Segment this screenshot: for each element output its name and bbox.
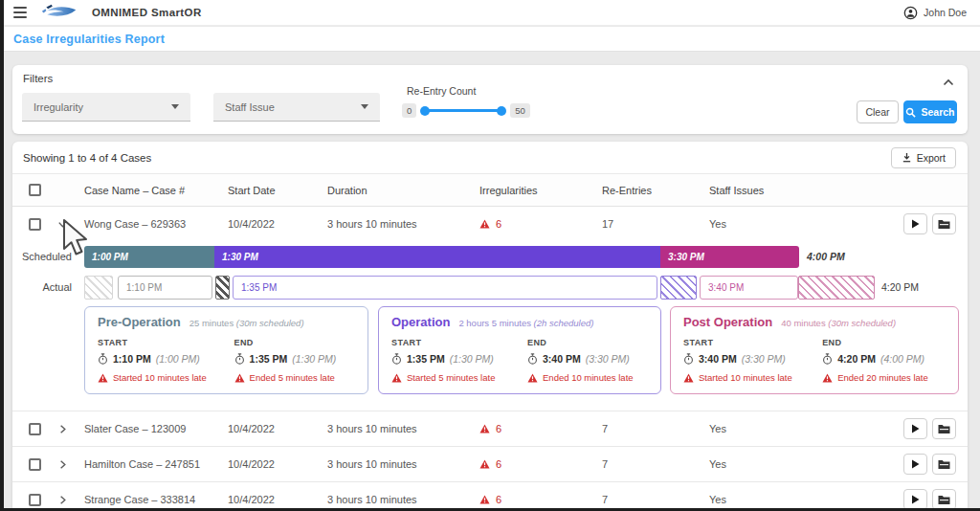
start-scheduled-time: (1:00 PM) xyxy=(156,353,200,365)
phase-scheduled-note: (30m scheduled) xyxy=(236,318,304,328)
end-label: END xyxy=(234,338,355,347)
table-header-row: Case Name – Case # Start Date Duration I… xyxy=(12,174,968,207)
stopwatch-icon xyxy=(98,353,108,365)
end-time: 3:40 PM xyxy=(543,353,581,365)
case-start-date: 10/4/2022 xyxy=(228,218,327,230)
case-duration: 3 hours 10 minutes xyxy=(327,423,479,434)
row-checkbox[interactable] xyxy=(29,423,41,435)
play-icon xyxy=(911,459,920,469)
play-button[interactable] xyxy=(903,213,927,234)
case-staff-issues: Yes xyxy=(709,423,868,434)
user-name[interactable]: John Doe xyxy=(924,7,967,18)
collapse-filters-icon[interactable] xyxy=(943,73,954,90)
end-label: END xyxy=(527,338,648,347)
phase-card-pre-operation: Pre-Operation 25 minutes (30m scheduled)… xyxy=(84,306,368,394)
scheduled-bar-postop: 3:30 PM xyxy=(660,246,799,268)
end-time: 4:20 PM xyxy=(837,353,876,365)
chevron-right-icon[interactable] xyxy=(56,494,84,506)
case-duration: 3 hours 10 minutes xyxy=(327,494,479,505)
column-reentries[interactable]: Re-Entries xyxy=(602,185,709,196)
actual-gap-hatch xyxy=(84,276,113,300)
warning-icon xyxy=(479,459,490,469)
case-reentries: 17 xyxy=(602,218,709,230)
staff-issue-select[interactable]: Staff Issue xyxy=(213,93,380,122)
case-duration: 3 hours 10 minutes xyxy=(327,458,479,470)
scheduled-label: Scheduled xyxy=(12,246,72,268)
table-row: Slater Case – 123009 10/4/2022 3 hours 1… xyxy=(12,411,968,446)
case-staff-issues: Yes xyxy=(709,494,868,505)
slider-min-value: 0 xyxy=(402,103,416,118)
caret-down-icon xyxy=(361,104,368,109)
warning-icon xyxy=(683,373,694,383)
phase-duration: 2 hours 5 minutes xyxy=(458,318,531,328)
column-staff-issues[interactable]: Staff Issues xyxy=(709,185,868,196)
warning-icon xyxy=(234,373,245,383)
user-avatar-icon[interactable] xyxy=(903,6,918,20)
folder-button[interactable] xyxy=(932,454,956,475)
scheduled-bar-operation: 1:30 PM xyxy=(214,246,660,268)
folder-icon xyxy=(938,219,950,230)
filters-panel: Filters Irregularity Staff Issue Re-Entr… xyxy=(12,65,968,134)
play-icon xyxy=(911,495,920,504)
select-all-checkbox[interactable] xyxy=(29,184,41,196)
folder-icon xyxy=(938,495,950,505)
case-start-date: 10/4/2022 xyxy=(228,423,327,434)
search-button[interactable]: Search xyxy=(903,100,957,123)
app-window: OMNIMED SmartOR John Doe Case Irregulari… xyxy=(0,0,980,511)
slider-max-value: 50 xyxy=(510,103,530,118)
warning-icon xyxy=(98,373,108,383)
scheduled-bar-preop: 1:00 PM xyxy=(84,246,214,268)
end-warning: Ended 20 minutes late xyxy=(837,372,928,383)
case-name: Hamilton Case – 247851 xyxy=(84,458,228,470)
stopwatch-icon xyxy=(234,353,245,365)
export-button[interactable]: Export xyxy=(891,147,956,168)
menu-icon[interactable] xyxy=(13,7,27,18)
phase-scheduled-note: (30m scheduled) xyxy=(828,318,896,328)
play-button[interactable] xyxy=(903,418,927,439)
start-label: START xyxy=(98,338,234,347)
case-reentries: 7 xyxy=(602,423,709,434)
export-button-label: Export xyxy=(917,152,946,164)
chevron-down-icon[interactable] xyxy=(56,218,84,231)
row-checkbox[interactable] xyxy=(29,494,41,506)
actual-box-postop: 3:40 PM xyxy=(700,276,798,300)
play-button[interactable] xyxy=(903,454,927,475)
column-irregularities[interactable]: Irregularities xyxy=(479,185,602,196)
start-warning: Started 5 minutes late xyxy=(407,372,495,383)
results-summary: Showing 1 to 4 of 4 Cases xyxy=(23,152,151,164)
folder-button[interactable] xyxy=(932,418,956,439)
column-case-name[interactable]: Case Name – Case # xyxy=(84,185,228,196)
clear-button[interactable]: Clear xyxy=(857,100,899,123)
warning-icon xyxy=(527,373,538,383)
case-start-date: 10/4/2022 xyxy=(228,458,327,470)
folder-button[interactable] xyxy=(932,213,956,234)
stopwatch-icon xyxy=(683,353,694,365)
download-icon xyxy=(902,152,912,163)
search-icon xyxy=(905,107,916,118)
play-button[interactable] xyxy=(903,489,927,510)
column-start-date[interactable]: Start Date xyxy=(228,185,327,196)
warning-icon xyxy=(391,373,402,383)
slider-track[interactable] xyxy=(422,109,504,112)
play-icon xyxy=(911,219,920,229)
chevron-right-icon[interactable] xyxy=(56,423,84,435)
case-reentries: 7 xyxy=(602,458,709,470)
results-summary-row: Showing 1 to 4 of 4 Cases Export xyxy=(12,142,968,174)
search-button-label: Search xyxy=(921,106,954,118)
column-duration[interactable]: Duration xyxy=(327,185,479,196)
staff-issue-select-label: Staff Issue xyxy=(225,101,275,113)
row-checkbox[interactable] xyxy=(29,218,41,231)
warning-icon xyxy=(479,219,490,229)
actual-label: Actual xyxy=(12,276,72,300)
row-checkbox[interactable] xyxy=(29,458,41,471)
phase-duration: 25 minutes xyxy=(189,318,234,328)
end-scheduled-time: (3:30 PM) xyxy=(586,353,630,365)
slider-handle-min[interactable] xyxy=(420,106,430,116)
slider-handle-max[interactable] xyxy=(497,106,506,116)
folder-button[interactable] xyxy=(932,489,956,510)
end-warning: Ended 5 minutes late xyxy=(250,372,335,383)
chevron-right-icon[interactable] xyxy=(56,458,84,471)
phase-title: Post Operation xyxy=(683,315,772,329)
irregularity-select[interactable]: Irregularity xyxy=(22,93,190,122)
case-start-date: 10/4/2022 xyxy=(228,494,327,505)
